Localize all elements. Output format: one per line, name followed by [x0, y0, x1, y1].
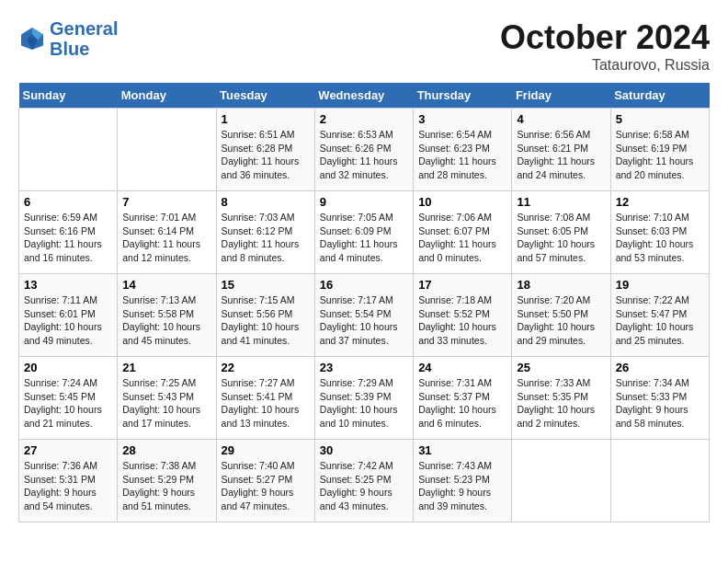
calendar-cell: 22Sunrise: 7:27 AMSunset: 5:41 PMDayligh… [216, 357, 314, 440]
header-wednesday: Wednesday [314, 83, 413, 109]
calendar-cell: 16Sunrise: 7:17 AMSunset: 5:54 PMDayligh… [314, 274, 413, 357]
day-number: 20 [24, 361, 112, 374]
calendar-cell: 26Sunrise: 7:34 AMSunset: 5:33 PMDayligh… [610, 357, 709, 440]
day-info: Sunrise: 7:22 AMSunset: 5:47 PMDaylight:… [616, 293, 704, 348]
calendar-cell: 19Sunrise: 7:22 AMSunset: 5:47 PMDayligh… [610, 274, 709, 357]
header-monday: Monday [118, 83, 216, 109]
day-number: 31 [418, 443, 506, 457]
week-row-3: 13Sunrise: 7:11 AMSunset: 6:01 PMDayligh… [19, 274, 710, 357]
day-number: 12 [616, 195, 704, 209]
day-info: Sunrise: 7:05 AMSunset: 6:09 PMDaylight:… [320, 211, 408, 265]
day-number: 10 [418, 195, 506, 209]
calendar-cell: 25Sunrise: 7:33 AMSunset: 5:35 PMDayligh… [512, 357, 610, 440]
day-number: 13 [24, 278, 112, 292]
day-info: Sunrise: 7:08 AMSunset: 6:05 PMDaylight:… [517, 211, 605, 265]
day-number: 29 [222, 443, 310, 457]
day-info: Sunrise: 7:03 AMSunset: 6:12 PMDaylight:… [222, 211, 310, 265]
day-number: 15 [222, 278, 310, 292]
day-number: 27 [24, 443, 112, 457]
month-title: October 2024 [500, 18, 710, 57]
day-number: 19 [616, 278, 704, 292]
day-number: 21 [122, 361, 210, 374]
day-number: 9 [320, 195, 408, 209]
header-row: SundayMondayTuesdayWednesdayThursdayFrid… [19, 83, 710, 109]
day-info: Sunrise: 7:18 AMSunset: 5:52 PMDaylight:… [418, 293, 506, 348]
logo-icon [18, 25, 46, 52]
calendar-cell: 17Sunrise: 7:18 AMSunset: 5:52 PMDayligh… [414, 274, 512, 357]
day-number: 7 [122, 195, 210, 209]
day-number: 17 [418, 278, 506, 292]
day-info: Sunrise: 7:17 AMSunset: 5:54 PMDaylight:… [320, 293, 408, 348]
calendar-cell: 29Sunrise: 7:40 AMSunset: 5:27 PMDayligh… [216, 440, 314, 523]
day-number: 11 [517, 195, 605, 209]
header-tuesday: Tuesday [216, 83, 314, 109]
day-number: 2 [320, 112, 408, 126]
calendar-cell: 23Sunrise: 7:29 AMSunset: 5:39 PMDayligh… [314, 357, 413, 440]
week-row-4: 20Sunrise: 7:24 AMSunset: 5:45 PMDayligh… [19, 357, 710, 440]
calendar-cell: 15Sunrise: 7:15 AMSunset: 5:56 PMDayligh… [216, 274, 314, 357]
week-row-5: 27Sunrise: 7:36 AMSunset: 5:31 PMDayligh… [19, 440, 710, 523]
page-header: General Blue October 2024 Tataurovo, Rus… [18, 18, 710, 74]
day-info: Sunrise: 7:33 AMSunset: 5:35 PMDaylight:… [517, 376, 605, 431]
day-info: Sunrise: 6:58 AMSunset: 6:19 PMDaylight:… [616, 128, 704, 182]
day-info: Sunrise: 7:01 AMSunset: 6:14 PMDaylight:… [122, 211, 210, 265]
calendar-cell: 20Sunrise: 7:24 AMSunset: 5:45 PMDayligh… [19, 357, 118, 440]
day-number: 22 [222, 361, 310, 374]
calendar-cell: 3Sunrise: 6:54 AMSunset: 6:23 PMDaylight… [414, 109, 512, 191]
day-info: Sunrise: 7:29 AMSunset: 5:39 PMDaylight:… [320, 376, 408, 431]
day-info: Sunrise: 7:40 AMSunset: 5:27 PMDaylight:… [222, 459, 310, 513]
calendar-cell: 6Sunrise: 6:59 AMSunset: 6:16 PMDaylight… [19, 191, 118, 274]
calendar-cell: 5Sunrise: 6:58 AMSunset: 6:19 PMDaylight… [610, 109, 709, 191]
calendar-cell: 28Sunrise: 7:38 AMSunset: 5:29 PMDayligh… [118, 440, 216, 523]
day-number: 4 [517, 112, 605, 126]
day-info: Sunrise: 7:43 AMSunset: 5:23 PMDaylight:… [418, 459, 506, 513]
logo: General Blue [18, 18, 118, 59]
logo-line1: General [50, 18, 118, 39]
header-saturday: Saturday [610, 83, 709, 109]
day-info: Sunrise: 7:13 AMSunset: 5:58 PMDaylight:… [122, 293, 210, 348]
day-info: Sunrise: 7:15 AMSunset: 5:56 PMDaylight:… [222, 293, 310, 348]
day-number: 8 [222, 195, 310, 209]
day-number: 23 [320, 361, 408, 374]
calendar-cell: 21Sunrise: 7:25 AMSunset: 5:43 PMDayligh… [118, 357, 216, 440]
day-number: 6 [24, 195, 112, 209]
day-info: Sunrise: 7:34 AMSunset: 5:33 PMDaylight:… [616, 376, 704, 431]
calendar-cell: 27Sunrise: 7:36 AMSunset: 5:31 PMDayligh… [19, 440, 118, 523]
day-info: Sunrise: 7:24 AMSunset: 5:45 PMDaylight:… [24, 376, 112, 431]
day-number: 30 [320, 443, 408, 457]
day-number: 18 [517, 278, 605, 292]
day-info: Sunrise: 6:54 AMSunset: 6:23 PMDaylight:… [418, 128, 506, 182]
day-number: 3 [418, 112, 506, 126]
day-number: 16 [320, 278, 408, 292]
calendar-cell: 8Sunrise: 7:03 AMSunset: 6:12 PMDaylight… [216, 191, 314, 274]
calendar-cell [610, 440, 709, 523]
day-info: Sunrise: 7:10 AMSunset: 6:03 PMDaylight:… [616, 211, 704, 265]
day-info: Sunrise: 7:11 AMSunset: 6:01 PMDaylight:… [24, 293, 112, 348]
calendar-cell [118, 109, 216, 191]
calendar-cell [512, 440, 610, 523]
day-number: 25 [517, 361, 605, 374]
day-info: Sunrise: 7:06 AMSunset: 6:07 PMDaylight:… [418, 211, 506, 265]
calendar-cell: 7Sunrise: 7:01 AMSunset: 6:14 PMDaylight… [118, 191, 216, 274]
calendar-table: SundayMondayTuesdayWednesdayThursdayFrid… [18, 83, 710, 523]
day-info: Sunrise: 6:59 AMSunset: 6:16 PMDaylight:… [24, 211, 112, 265]
calendar-cell: 1Sunrise: 6:51 AMSunset: 6:28 PMDaylight… [216, 109, 314, 191]
week-row-1: 1Sunrise: 6:51 AMSunset: 6:28 PMDaylight… [19, 109, 710, 191]
day-number: 14 [122, 278, 210, 292]
calendar-cell: 30Sunrise: 7:42 AMSunset: 5:25 PMDayligh… [314, 440, 413, 523]
calendar-cell: 4Sunrise: 6:56 AMSunset: 6:21 PMDaylight… [512, 109, 610, 191]
calendar-cell: 14Sunrise: 7:13 AMSunset: 5:58 PMDayligh… [118, 274, 216, 357]
day-info: Sunrise: 7:42 AMSunset: 5:25 PMDaylight:… [320, 459, 408, 513]
calendar-cell: 12Sunrise: 7:10 AMSunset: 6:03 PMDayligh… [610, 191, 709, 274]
header-thursday: Thursday [414, 83, 512, 109]
calendar-cell [19, 109, 118, 191]
title-block: October 2024 Tataurovo, Russia [500, 18, 710, 74]
week-row-2: 6Sunrise: 6:59 AMSunset: 6:16 PMDaylight… [19, 191, 710, 274]
day-info: Sunrise: 7:38 AMSunset: 5:29 PMDaylight:… [122, 459, 210, 513]
logo-line2: Blue [50, 39, 89, 59]
day-number: 24 [418, 361, 506, 374]
day-info: Sunrise: 6:53 AMSunset: 6:26 PMDaylight:… [320, 128, 408, 182]
header-friday: Friday [512, 83, 610, 109]
day-info: Sunrise: 7:20 AMSunset: 5:50 PMDaylight:… [517, 293, 605, 348]
day-info: Sunrise: 6:51 AMSunset: 6:28 PMDaylight:… [222, 128, 310, 182]
